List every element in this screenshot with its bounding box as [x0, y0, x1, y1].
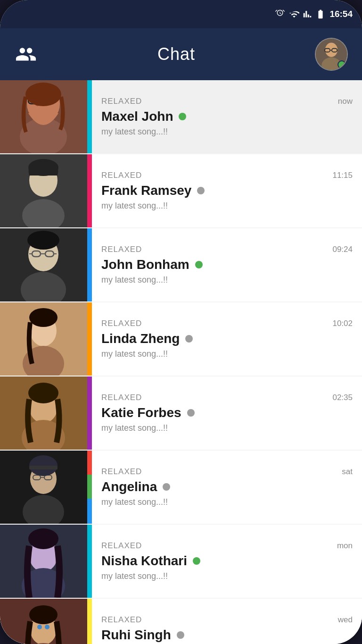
alarm-icon: [275, 9, 285, 19]
contact-status: RELAXED: [101, 467, 142, 477]
phone-screen: 16:54 Chat: [0, 0, 362, 644]
chat-time: 02:35: [332, 393, 353, 402]
contact-name: Maxel John: [101, 109, 173, 124]
color-indicator: [87, 451, 92, 524]
chat-top-row: RELAXED mon: [101, 541, 353, 551]
battery-icon: [315, 9, 326, 19]
chat-item[interactable]: RELAXED now Maxel John my latest song...…: [0, 80, 362, 153]
contact-status: RELAXED: [101, 615, 142, 625]
last-message: my latest song...!!: [101, 127, 353, 137]
online-indicator: [163, 483, 170, 491]
contact-avatar: [0, 451, 87, 524]
online-indicator: [187, 409, 195, 417]
header-title: Chat: [157, 44, 195, 64]
contact-name: Ruhi Singh: [101, 627, 171, 643]
chat-list: RELAXED now Maxel John my latest song...…: [0, 80, 362, 644]
online-indicator: [197, 187, 205, 194]
chat-content: RELAXED 10:02 Linda Zheng my latest song…: [92, 302, 362, 376]
chat-name-row: John Bonham: [101, 257, 353, 272]
chat-name-row: Angelina: [101, 479, 353, 494]
last-message: my latest song...!!: [101, 571, 353, 581]
contact-avatar: [0, 302, 87, 376]
chat-time: mon: [337, 541, 353, 551]
phone-frame: 16:54 Chat: [0, 0, 362, 644]
chat-time: 11:15: [332, 171, 353, 180]
svg-point-47: [28, 528, 58, 549]
app-header: Chat: [0, 28, 362, 80]
svg-point-51: [29, 605, 58, 624]
contact-avatar: [0, 599, 87, 644]
chat-top-row: RELAXED 10:02: [101, 319, 353, 328]
svg-point-1: [325, 42, 337, 57]
contact-name: Frank Ramsey: [101, 183, 191, 198]
chat-top-row: RELAXED wed: [101, 615, 353, 625]
online-indicator: [185, 335, 193, 343]
last-message: my latest song...!!: [101, 349, 353, 359]
chat-item[interactable]: RELAXED 09:24 John Bonham my latest song…: [0, 228, 362, 301]
online-indicator: [177, 631, 184, 639]
wifi-icon: [289, 9, 299, 19]
signal-icon: [303, 9, 312, 19]
chat-time: wed: [338, 615, 353, 625]
chat-time: now: [338, 97, 353, 106]
svg-point-52: [37, 625, 42, 629]
chat-content: RELAXED mon Nisha Kothari my latest song…: [92, 525, 362, 598]
contact-status: RELAXED: [101, 171, 142, 180]
chat-name-row: Ruhi Singh: [101, 627, 353, 643]
contact-avatar: [0, 154, 87, 227]
contact-avatar: [0, 80, 87, 153]
chat-content: RELAXED 02:35 Katie Forbes my latest son…: [92, 376, 362, 450]
contact-status: RELAXED: [101, 541, 142, 551]
chat-item[interactable]: RELAXED 11:15 Frank Ramsey my latest son…: [0, 154, 362, 227]
contact-avatar: [0, 525, 87, 598]
color-indicator: [87, 525, 92, 598]
chat-item[interactable]: RELAXED wed Ruhi Singh my latest song...…: [0, 599, 362, 644]
last-message: my latest song...!!: [101, 275, 353, 285]
chat-content: RELAXED 09:24 John Bonham my latest song…: [92, 228, 362, 301]
contact-name: John Bonham: [101, 257, 189, 272]
color-indicator: [87, 228, 92, 301]
chat-content: RELAXED wed Ruhi Singh my latest song...…: [92, 599, 362, 644]
chat-item[interactable]: RELAXED 02:35 Katie Forbes my latest son…: [0, 376, 362, 450]
contact-name: Nisha Kothari: [101, 553, 187, 569]
color-indicator: [87, 599, 92, 644]
color-indicator: [87, 80, 92, 153]
last-message: my latest song...!!: [101, 201, 353, 211]
profile-avatar[interactable]: [315, 38, 348, 71]
contacts-icon: [15, 43, 37, 65]
chat-name-row: Linda Zheng: [101, 331, 353, 346]
chat-name-row: Frank Ramsey: [101, 183, 353, 198]
chat-item[interactable]: RELAXED 10:02 Linda Zheng my latest song…: [0, 302, 362, 376]
chat-content: RELAXED 11:15 Frank Ramsey my latest son…: [92, 154, 362, 227]
svg-rect-43: [29, 466, 58, 469]
contact-status: RELAXED: [101, 319, 142, 328]
chat-item[interactable]: RELAXED mon Nisha Kothari my latest song…: [0, 525, 362, 598]
chat-top-row: RELAXED 02:35: [101, 393, 353, 402]
color-indicator: [87, 376, 92, 450]
last-message: my latest song...!!: [101, 497, 353, 507]
contact-status: RELAXED: [101, 393, 142, 402]
chat-top-row: RELAXED sat: [101, 467, 353, 477]
color-indicator: [87, 154, 92, 227]
status-time: 16:54: [329, 9, 353, 19]
chat-item[interactable]: RELAXED sat Angelina my latest song...!!: [0, 451, 362, 524]
chat-top-row: RELAXED 09:24: [101, 245, 353, 254]
contact-name: Katie Forbes: [101, 405, 181, 420]
svg-point-14: [25, 83, 61, 106]
header-online-indicator: [337, 60, 346, 69]
contact-avatar: [0, 376, 87, 450]
chat-name-row: Maxel John: [101, 109, 353, 124]
online-indicator: [179, 113, 186, 120]
chat-content: RELAXED sat Angelina my latest song...!!: [92, 451, 362, 524]
contact-status: RELAXED: [101, 97, 142, 106]
online-indicator: [193, 557, 200, 565]
contact-name: Linda Zheng: [101, 331, 180, 346]
contact-status: RELAXED: [101, 245, 142, 254]
svg-point-31: [29, 308, 58, 327]
contact-name: Angelina: [101, 479, 157, 494]
online-indicator: [195, 261, 203, 268]
contact-avatar: [0, 228, 87, 301]
svg-point-35: [28, 383, 58, 403]
status-bar: 16:54: [0, 0, 362, 28]
contacts-button[interactable]: [14, 42, 38, 66]
